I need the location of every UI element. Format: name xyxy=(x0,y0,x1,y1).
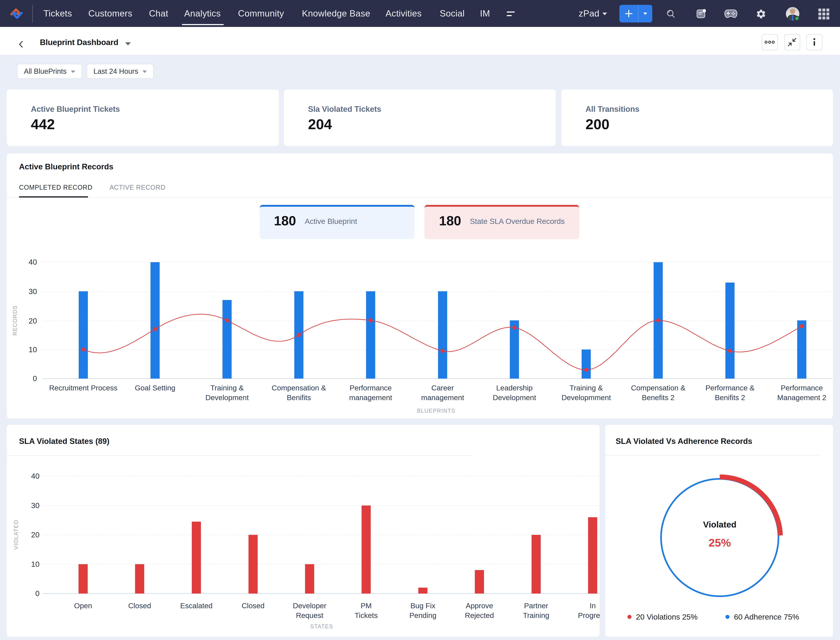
svg-text:Pending: Pending xyxy=(409,611,436,619)
svg-text:BLUEPRINTS: BLUEPRINTS xyxy=(417,408,455,414)
svg-text:10: 10 xyxy=(29,346,37,354)
svg-text:Bug Fix: Bug Fix xyxy=(410,602,436,610)
svg-text:Performance &: Performance & xyxy=(705,384,754,392)
svg-text:0: 0 xyxy=(33,374,37,383)
svg-text:25%: 25% xyxy=(709,536,731,549)
svg-text:Developmment: Developmment xyxy=(561,394,611,402)
svg-text:Development: Development xyxy=(205,394,249,402)
svg-text:0: 0 xyxy=(35,589,40,598)
svg-text:In: In xyxy=(590,602,596,610)
svg-text:30: 30 xyxy=(31,501,40,510)
svg-text:20: 20 xyxy=(29,317,37,325)
svg-text:STATES: STATES xyxy=(310,623,333,630)
svg-text:PM: PM xyxy=(361,602,372,610)
svg-text:Request: Request xyxy=(296,611,324,619)
svg-text:Rejected: Rejected xyxy=(465,611,494,619)
svg-text:Performance: Performance xyxy=(349,384,392,392)
svg-text:Development: Development xyxy=(493,394,536,402)
svg-text:Training &: Training & xyxy=(210,384,244,392)
svg-text:Compensation &: Compensation & xyxy=(631,384,685,392)
svg-text:management: management xyxy=(421,394,464,402)
svg-text:management: management xyxy=(349,394,392,402)
svg-text:Goal Setting: Goal Setting xyxy=(135,384,175,392)
svg-text:Leadership: Leadership xyxy=(496,384,533,392)
svg-text:Compensation &: Compensation & xyxy=(272,384,326,392)
svg-text:Escalated: Escalated xyxy=(180,602,213,610)
svg-text:20: 20 xyxy=(31,531,40,539)
svg-text:Benifits: Benifits xyxy=(287,394,311,402)
svg-text:Progress: Progress xyxy=(578,611,600,619)
svg-text:Benifits 2: Benifits 2 xyxy=(715,394,745,402)
svg-text:Violated: Violated xyxy=(703,520,736,529)
svg-text:Performance: Performance xyxy=(781,384,823,392)
svg-text:40: 40 xyxy=(29,258,37,266)
svg-text:20 Violations 25%: 20 Violations 25% xyxy=(636,613,697,621)
svg-text:RECORDS: RECORDS xyxy=(12,305,18,336)
svg-text:Career: Career xyxy=(431,384,454,392)
svg-text:Recruitment Process: Recruitment Process xyxy=(49,384,117,392)
svg-text:Training: Training xyxy=(523,611,550,619)
svg-text:Benefits 2: Benefits 2 xyxy=(642,394,675,402)
svg-text:Closed: Closed xyxy=(242,602,265,610)
svg-text:Closed: Closed xyxy=(128,602,151,610)
svg-text:Tickets: Tickets xyxy=(355,611,378,619)
svg-text:Open: Open xyxy=(74,602,92,610)
svg-text:Approve: Approve xyxy=(466,602,493,610)
svg-text:Management 2: Management 2 xyxy=(777,394,826,402)
svg-text:Training &: Training & xyxy=(569,384,603,392)
svg-text:Developer: Developer xyxy=(293,602,327,610)
svg-text:30: 30 xyxy=(29,287,37,296)
svg-text:Partner: Partner xyxy=(524,602,548,610)
svg-text:10: 10 xyxy=(31,560,40,568)
svg-text:40: 40 xyxy=(31,472,40,480)
svg-text:60 Adherence 75%: 60 Adherence 75% xyxy=(734,613,799,621)
svg-text:VIOLATED: VIOLATED xyxy=(13,520,19,550)
